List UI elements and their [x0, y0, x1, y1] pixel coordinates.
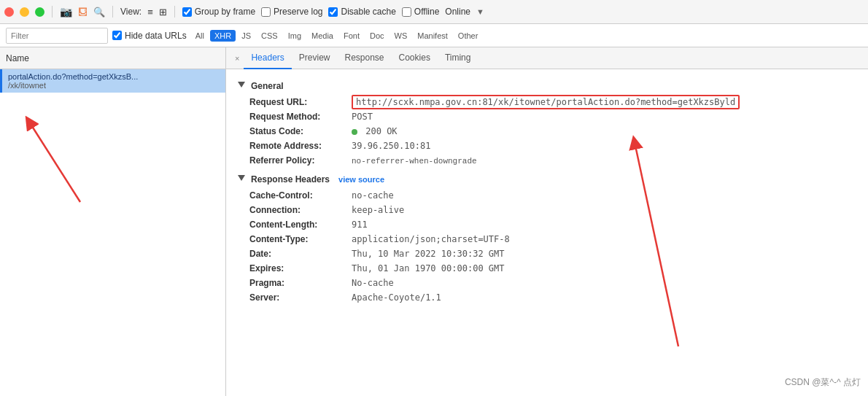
server-value: Apache-Coyote/1.1	[352, 292, 441, 303]
list-view-icon[interactable]: ≡	[147, 7, 153, 18]
search-icon: 🔍	[93, 7, 105, 18]
filter-type-xhr[interactable]: XHR	[210, 30, 236, 42]
left-panel-header: Name	[0, 47, 225, 69]
maximize-window-icon[interactable]	[35, 7, 44, 17]
filterbar: Hide data URLs All XHR JS CSS Img Media …	[0, 24, 868, 47]
group-by-frame-checkbox-group[interactable]: Group by frame	[182, 7, 255, 17]
connection-value: keep-alive	[352, 205, 404, 215]
group-by-frame-label: Group by frame	[195, 7, 255, 17]
preserve-log-label: Preserve log	[274, 7, 322, 17]
name-column-header: Name	[6, 53, 29, 63]
status-code-row: Status Code: 200 OK	[238, 126, 856, 136]
hide-data-urls-label: Hide data URLs	[125, 31, 187, 41]
view-label: View:	[120, 7, 142, 17]
response-headers-label: Response Headers	[251, 174, 330, 185]
right-panel: × Headers Preview Response Cookies Timin…	[226, 47, 868, 396]
left-panel: Name portalAction.do?method=getXkzsB... …	[0, 47, 226, 396]
content-length-label: Content-Length:	[249, 220, 352, 230]
server-row: Server: Apache-Coyote/1.1	[238, 292, 856, 303]
filter-type-doc[interactable]: Doc	[365, 30, 389, 42]
referrer-policy-row: Referrer Policy: no-referrer-when-downgr…	[238, 155, 856, 166]
dropdown-arrow-icon[interactable]: ▼	[476, 7, 484, 16]
cache-control-row: Cache-Control: no-cache	[238, 190, 856, 201]
request-url-row: Request URL: http://scxk.nmpa.gov.cn:81/…	[238, 97, 856, 107]
pragma-row: Pragma: No-cache	[238, 278, 856, 288]
request-method-label: Request Method:	[249, 112, 352, 122]
date-label: Date:	[249, 249, 352, 259]
tab-headers[interactable]: Headers	[244, 47, 291, 69]
separator-3	[174, 6, 175, 18]
tab-preview[interactable]: Preview	[292, 47, 338, 69]
group-by-frame-checkbox[interactable]	[182, 7, 192, 17]
filter-type-font[interactable]: Font	[339, 30, 364, 42]
network-request-item[interactable]: portalAction.do?method=getXkzsB... /xk/i…	[0, 69, 225, 93]
server-label: Server:	[249, 292, 352, 303]
preserve-log-checkbox-group[interactable]: Preserve log	[261, 7, 322, 17]
camera-icon: 📷	[60, 6, 72, 18]
request-url-box: http://scxk.nmpa.gov.cn:81/xk/itownet/po…	[352, 95, 740, 109]
minimize-window-icon[interactable]	[20, 7, 29, 17]
close-window-icon[interactable]	[4, 7, 14, 17]
grid-view-icon[interactable]: ⊞	[159, 7, 167, 18]
pragma-label: Pragma:	[249, 278, 352, 288]
remote-address-value: 39.96.250.10:81	[352, 141, 430, 151]
filter-type-all[interactable]: All	[191, 30, 209, 42]
offline-label: Offline	[414, 7, 439, 17]
status-dot-icon	[352, 129, 357, 135]
connection-label: Connection:	[249, 205, 352, 215]
view-source-link[interactable]: view source	[338, 175, 384, 184]
hide-data-urls-checkbox-group[interactable]: Hide data URLs	[112, 31, 187, 41]
separator-2	[112, 6, 113, 18]
remote-address-label: Remote Address:	[249, 141, 352, 151]
response-headers-triangle-icon	[238, 175, 245, 185]
date-value: Thu, 10 Mar 2022 10:30:32 GMT	[352, 249, 505, 259]
tab-cookies[interactable]: Cookies	[392, 47, 438, 69]
toolbar: 📷 ⛾ 🔍 View: ≡ ⊞ Group by frame Preserve …	[0, 0, 868, 24]
referrer-policy-label: Referrer Policy:	[249, 155, 352, 166]
cache-control-label: Cache-Control:	[249, 190, 352, 201]
request-url-value: http://scxk.nmpa.gov.cn:81/xk/itownet/po…	[352, 97, 740, 107]
filter-type-ws[interactable]: WS	[390, 30, 412, 42]
filter-type-css[interactable]: CSS	[257, 30, 282, 42]
disable-cache-checkbox[interactable]	[328, 7, 338, 17]
tab-close-button[interactable]: ×	[230, 54, 244, 63]
request-path: /xk/itownet	[8, 81, 220, 90]
general-label: General	[251, 81, 284, 91]
offline-checkbox-group[interactable]: Offline	[402, 7, 439, 17]
content-length-value: 911	[352, 220, 368, 230]
referrer-policy-value: no-referrer-when-downgrade	[352, 157, 477, 166]
expires-row: Expires: Thu, 01 Jan 1970 00:00:00 GMT	[238, 263, 856, 273]
tab-timing[interactable]: Timing	[438, 47, 478, 69]
pragma-value: No-cache	[352, 278, 394, 288]
offline-checkbox[interactable]	[402, 7, 411, 17]
general-section-header: General	[238, 81, 856, 91]
filter-type-other[interactable]: Other	[454, 30, 483, 42]
cache-control-value: no-cache	[352, 190, 394, 201]
arrow-left-svg	[7, 100, 153, 217]
request-method-row: Request Method: POST	[238, 112, 856, 122]
panel-content: General Request URL: http://scxk.nmpa.go…	[226, 69, 868, 396]
general-triangle-icon	[238, 82, 245, 91]
tab-response[interactable]: Response	[337, 47, 391, 69]
hide-data-urls-checkbox[interactable]	[112, 31, 122, 40]
request-url-label: Request URL:	[249, 97, 352, 107]
filter-icon: ⛾	[78, 7, 88, 18]
panel-wrapper: × Headers Preview Response Cookies Timin…	[226, 47, 868, 396]
disable-cache-checkbox-group[interactable]: Disable cache	[328, 7, 395, 17]
disable-cache-label: Disable cache	[341, 7, 395, 17]
filter-input[interactable]	[6, 28, 108, 44]
filter-type-js[interactable]: JS	[237, 30, 255, 42]
status-code-value: 200 OK	[352, 126, 398, 136]
request-method-value: POST	[352, 112, 373, 122]
separator-1	[52, 6, 53, 18]
content-type-value: application/json;charset=UTF-8	[352, 234, 510, 244]
main-area: Name portalAction.do?method=getXkzsB... …	[0, 47, 868, 396]
preserve-log-checkbox[interactable]	[261, 7, 271, 17]
filter-type-img[interactable]: Img	[284, 30, 306, 42]
filter-type-media[interactable]: Media	[307, 30, 338, 42]
filter-type-manifest[interactable]: Manifest	[413, 30, 452, 42]
online-label: Online	[445, 7, 470, 17]
response-headers-section: Response Headers view source Cache-Contr…	[238, 174, 856, 303]
watermark: CSDN @菜^-^ 点灯	[785, 376, 861, 389]
tabs-bar: × Headers Preview Response Cookies Timin…	[226, 47, 868, 69]
